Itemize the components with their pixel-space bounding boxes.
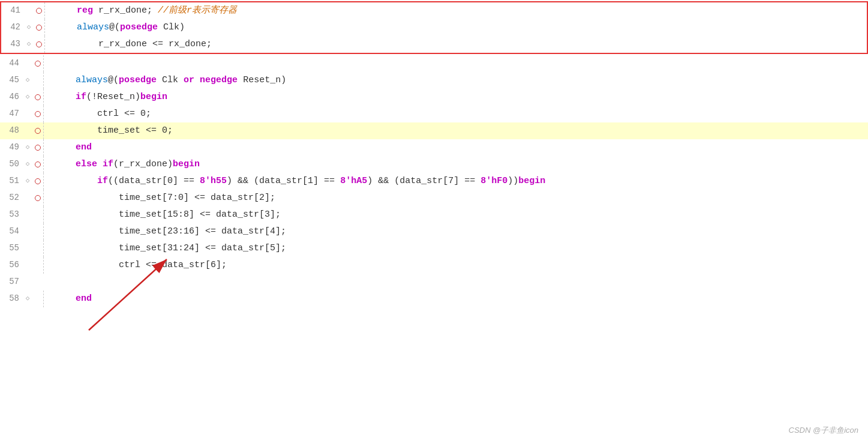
token: ;	[281, 225, 286, 238]
code-content: always@(posedge Clk or negedge Reset_n)	[49, 72, 868, 89]
fold-icon[interactable]: ◇	[23, 89, 32, 106]
line-number: 45	[0, 72, 23, 89]
token: ctrl	[97, 107, 119, 121]
code-row: 56 ctrl <= data_str[6];	[0, 257, 868, 274]
breakpoint[interactable]	[32, 55, 43, 72]
gutter-line	[43, 106, 49, 122]
fold-icon[interactable]: ◇	[23, 291, 32, 307]
gutter-line	[43, 240, 49, 257]
code-row: 43◇ r_rx_done <= rx_done;	[1, 36, 867, 53]
code-content: ctrl <= 0;	[49, 106, 868, 122]
fold-icon[interactable]: ◇	[23, 72, 32, 89]
code-content: else if(r_rx_done)begin	[49, 156, 868, 173]
token: <=	[194, 208, 216, 222]
fold-icon	[23, 206, 32, 223]
token: r_rx_done;	[93, 4, 158, 17]
token	[54, 73, 76, 87]
line-number: 47	[0, 106, 23, 122]
breakpoint[interactable]	[34, 36, 44, 53]
token: data_str[2]	[211, 191, 270, 205]
code-lines: 41 reg r_rx_done; //前级r表示寄存器42◇ always@(…	[0, 1, 868, 307]
breakpoint[interactable]	[32, 106, 43, 122]
breakpoint[interactable]	[32, 122, 43, 139]
breakpoint[interactable]	[32, 274, 43, 291]
breakpoint[interactable]	[32, 206, 43, 223]
line-number: 46	[0, 89, 23, 106]
token: ctrl	[119, 258, 140, 272]
token: data_str[5]	[221, 241, 281, 255]
token	[54, 174, 97, 188]
line-number: 42	[1, 19, 24, 36]
code-row: 44	[0, 55, 868, 72]
breakpoint[interactable]	[32, 190, 43, 206]
line-number: 52	[0, 190, 23, 206]
token: time_set[23:16]	[119, 225, 200, 238]
token	[55, 37, 98, 51]
breakpoint[interactable]	[32, 173, 43, 190]
code-content: time_set[31:24] <= data_str[5];	[49, 240, 868, 257]
code-content: reg r_rx_done; //前级r表示寄存器	[50, 2, 867, 19]
line-number: 44	[0, 55, 23, 72]
code-row: 54 time_set[23:16] <= data_str[4];	[0, 223, 868, 240]
line-number: 55	[0, 240, 23, 257]
token: ;	[221, 258, 227, 272]
gutter-line	[43, 257, 49, 274]
fold-icon	[24, 2, 34, 19]
token: begin	[173, 157, 200, 171]
code-row: 47 ctrl <= 0;	[0, 106, 868, 122]
token: time_set[7:0]	[119, 191, 189, 205]
breakpoint[interactable]	[32, 156, 43, 173]
token: always	[76, 73, 108, 87]
line-number: 53	[0, 206, 23, 223]
token: <=	[119, 107, 140, 121]
token: posedge	[120, 20, 158, 34]
code-row: 57	[0, 274, 868, 291]
code-content	[49, 55, 868, 72]
breakpoint[interactable]	[32, 72, 43, 89]
breakpoint[interactable]	[32, 257, 43, 274]
fold-icon[interactable]: ◇	[24, 19, 34, 36]
fold-icon[interactable]: ◇	[23, 156, 32, 173]
token: ;	[270, 191, 275, 205]
gutter-line	[43, 122, 49, 139]
code-content: always@(posedge Clk)	[50, 19, 867, 36]
line-number: 54	[0, 223, 23, 240]
code-row: 53 time_set[15:8] <= data_str[3];	[0, 206, 868, 223]
breakpoint[interactable]	[34, 2, 44, 19]
fold-icon	[23, 240, 32, 257]
token	[54, 292, 76, 306]
fold-icon[interactable]: ◇	[24, 36, 34, 53]
token	[54, 208, 119, 222]
fold-icon[interactable]: ◇	[23, 173, 32, 190]
token	[55, 4, 77, 17]
gutter-line	[43, 156, 49, 173]
token: ;	[275, 208, 281, 222]
token	[54, 225, 119, 238]
code-content: ctrl <= data_str[6];	[49, 257, 868, 274]
token: Clk)	[158, 20, 185, 34]
token	[54, 241, 119, 255]
code-row: 58◇ end	[0, 291, 868, 307]
gutter-line	[44, 2, 50, 19]
breakpoint[interactable]	[34, 19, 44, 36]
code-row: 45◇ always@(posedge Clk or negedge Reset…	[0, 72, 868, 89]
line-number: 58	[0, 291, 23, 307]
token: @(	[108, 73, 119, 87]
breakpoint[interactable]	[32, 291, 43, 307]
breakpoint[interactable]	[32, 89, 43, 106]
breakpoint[interactable]	[32, 139, 43, 156]
line-number: 49	[0, 139, 23, 156]
breakpoint[interactable]	[32, 240, 43, 257]
gutter-line	[43, 89, 49, 106]
token: 8'h55	[200, 174, 227, 188]
fold-icon	[23, 257, 32, 274]
token: Reset_n)	[238, 73, 286, 87]
gutter-line	[43, 291, 49, 307]
token: time_set[15:8]	[119, 208, 194, 222]
breakpoint[interactable]	[32, 223, 43, 240]
code-content: if((data_str[0] == 8'h55) && (data_str[1…	[49, 173, 868, 190]
fold-icon	[23, 55, 32, 72]
line-number: 51	[0, 173, 23, 190]
token: ) && (data_str[7] ==	[367, 174, 480, 188]
fold-icon[interactable]: ◇	[23, 139, 32, 156]
